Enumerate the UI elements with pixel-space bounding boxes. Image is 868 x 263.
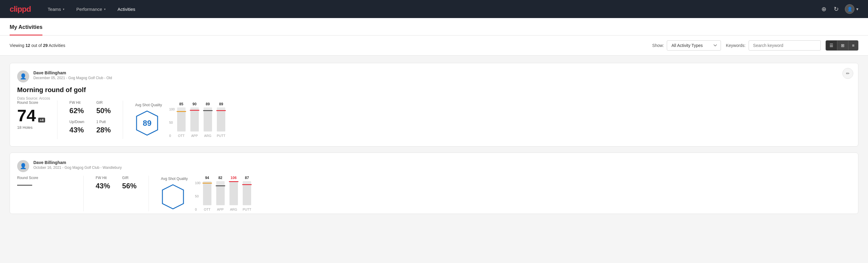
bar-ott-value: 85	[179, 102, 183, 106]
user-info-2: Dave Billingham October 16, 2021 - Gog M…	[33, 160, 851, 170]
bar-marker-ott	[177, 111, 186, 112]
fw-hit-value: 62%	[69, 107, 84, 115]
fw-hit-label: FW Hit	[69, 100, 84, 105]
activity-title: Morning round of golf	[17, 86, 851, 94]
bar-arg-wrap	[204, 108, 212, 132]
bar-app: 90 APP	[190, 102, 199, 138]
bar2-putt-wrap	[243, 181, 251, 205]
bar-putt-wrap	[217, 108, 225, 132]
main-content: ✏ 👤 Dave Billingham December 05, 2021 - …	[0, 56, 868, 227]
bar2-fill-ott	[203, 183, 211, 205]
user-chevron-icon: ▾	[856, 7, 858, 11]
filter-bar: Viewing 12 out of 29 Activities Show: Al…	[0, 35, 868, 56]
gir-label-2: GIR	[122, 176, 136, 180]
show-filter-group: Show: All Activity Types	[652, 40, 721, 51]
grid-icon: ⊞	[841, 43, 844, 48]
card-body-2: Round Score FW Hit 43% GIR 56%	[17, 176, 851, 211]
chart-y-axis-2: 100 50 0	[195, 181, 200, 211]
performance-chevron-icon: ▾	[104, 7, 105, 11]
bar2-arg-wrap	[229, 181, 238, 205]
fw-hit-stat: FW Hit 62% Up/Down 43%	[69, 100, 84, 139]
bar-marker-arg	[203, 110, 213, 111]
shot-quality-section: Avg Shot Quality 89 100 50 0	[135, 100, 851, 139]
add-button[interactable]: ⊕	[820, 4, 828, 14]
avatar: 👤	[845, 4, 855, 14]
bar-ott-wrap	[177, 108, 186, 132]
hexagon-svg-2	[161, 183, 185, 210]
user-menu-button[interactable]: 👤 ▾	[845, 4, 858, 14]
bar-ott-label: OTT	[178, 134, 185, 138]
show-label: Show:	[652, 43, 664, 48]
nav-teams[interactable]: Teams ▾	[43, 4, 69, 14]
app-logo[interactable]: clippd	[10, 4, 31, 14]
refresh-button[interactable]: ↻	[833, 4, 840, 14]
page-header: My Activities	[0, 18, 868, 35]
keywords-filter-group: Keywords:	[726, 40, 820, 51]
bar-app-label: APP	[191, 134, 198, 138]
edit-button[interactable]: ✏	[842, 68, 853, 79]
bar2-putt-value: 87	[245, 176, 249, 180]
user-avatar-icon-2: 👤	[20, 163, 27, 169]
nav-performance[interactable]: Performance ▾	[71, 4, 111, 14]
shot-quality-hex-group: Avg Shot Quality 89	[135, 103, 162, 137]
chart-y-axis: 100 50 0	[169, 108, 175, 138]
shot-quality-chart: 100 50 0 85	[169, 102, 225, 138]
navbar: clippd Teams ▾ Performance ▾ Activities …	[0, 0, 868, 18]
bar-ott: 85 OTT	[177, 102, 186, 138]
hexagon-value: 89	[143, 119, 152, 128]
user-name: Dave Billingham	[33, 70, 851, 75]
round-score-value-row: 74 +4	[17, 107, 45, 124]
round-score-number: 74	[17, 107, 36, 124]
gir-label: GIR	[96, 100, 111, 105]
gir-stat: GIR 50% 1 Putt 28%	[96, 100, 111, 139]
teams-chevron-icon: ▾	[63, 7, 64, 11]
bar-fill-ott	[177, 111, 186, 132]
bar-app-value: 90	[192, 102, 196, 106]
shot-quality-chart-2: 100 50 0 94	[195, 176, 251, 211]
updown-label: Up/Down	[69, 120, 84, 124]
grid-view-button[interactable]: ⊞	[837, 40, 848, 50]
shot-quality-section-2: Avg Shot Quality 100 50 0	[161, 176, 851, 211]
one-putt-value: 28%	[96, 126, 111, 134]
card-header: 👤 Dave Billingham December 05, 2021 - Go…	[17, 70, 851, 83]
score-placeholder-line	[17, 185, 32, 186]
bar-arg: 89 ARG	[204, 102, 212, 138]
activity-type-select[interactable]: All Activity Types	[667, 40, 721, 51]
list-view-button[interactable]: ☰	[826, 40, 837, 50]
avg-shot-quality-label-2: Avg Shot Quality	[161, 177, 188, 181]
page-title: My Activities	[10, 18, 42, 35]
user-date-2: October 16, 2021 - Gog Magog Golf Club -…	[33, 166, 851, 170]
bar2-fill-arg	[229, 181, 238, 205]
stats-section: FW Hit 62% Up/Down 43% GIR 50% 1 Putt	[69, 100, 111, 139]
updown-value: 43%	[69, 126, 84, 134]
avatar: 👤	[17, 70, 29, 83]
fw-hit-stat-2: FW Hit 43%	[96, 176, 110, 195]
compact-view-button[interactable]: ≡	[848, 40, 858, 50]
nav-activities[interactable]: Activities	[113, 4, 140, 14]
bar2-ott: 94 OTT	[203, 176, 211, 211]
gir-stat-2: GIR 56%	[122, 176, 136, 195]
shot-quality-hexagon-2	[161, 183, 185, 210]
activity-card-2: 👤 Dave Billingham October 16, 2021 - Gog…	[10, 152, 858, 214]
bar-fill-app	[190, 110, 199, 132]
round-score-label-2: Round Score	[17, 176, 71, 180]
bar2-app-value: 82	[218, 176, 222, 180]
gir-value: 50%	[96, 107, 111, 115]
bar2-fill-app	[216, 185, 225, 205]
nav-links: Teams ▾ Performance ▾ Activities	[43, 4, 820, 14]
card-body: Round Score 74 +4 18 Holes FW Hit 62% Up…	[17, 100, 851, 139]
data-source: Data Source: Arccos	[17, 96, 851, 100]
bar-fill-putt	[217, 110, 225, 132]
shot-quality-hex-group-2: Avg Shot Quality	[161, 177, 188, 210]
bar2-putt: 87 PUTT	[243, 176, 251, 211]
one-putt-label: 1 Putt	[96, 120, 111, 124]
viewing-count-text: Viewing 12 out of 29 Activities	[10, 43, 648, 48]
bar-arg-value: 89	[206, 102, 210, 106]
nav-actions: ⊕ ↻ 👤 ▾	[820, 4, 858, 14]
search-input[interactable]	[749, 40, 821, 51]
bar2-app: 82 APP	[216, 176, 225, 211]
round-score-label: Round Score	[17, 100, 45, 105]
fw-hit-value-2: 43%	[96, 182, 110, 190]
bar-fill-arg	[204, 110, 212, 132]
score-badge: +4	[38, 118, 45, 122]
